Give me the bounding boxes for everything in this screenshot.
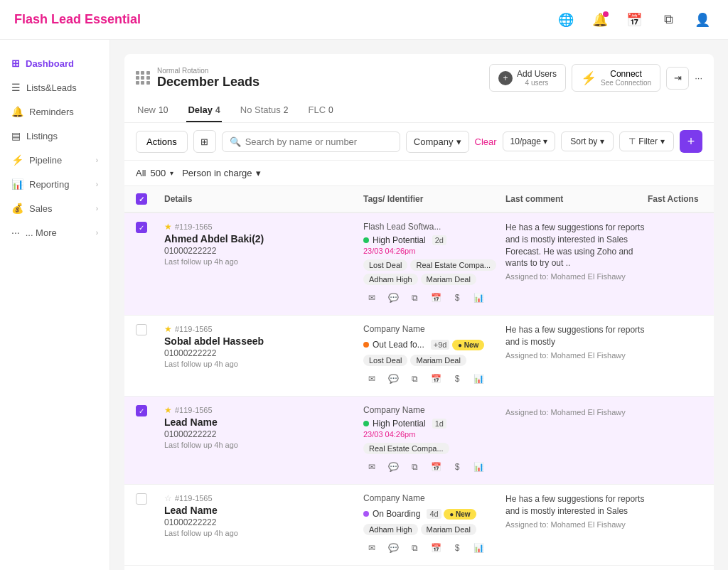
sidebar-item-pipeline[interactable]: ⚡ Pipeline ›	[0, 148, 109, 172]
status-label: On Boarding	[373, 509, 420, 519]
row-checkbox-cell: ✓	[136, 222, 164, 233]
row-details: ☆ #119-1565 Lead Name 01000222222 Last f…	[164, 493, 363, 537]
status-label: High Potential	[373, 419, 426, 429]
th-details: Details	[164, 194, 363, 204]
lead-name[interactable]: Sobal abdel Hasseeb	[164, 335, 363, 347]
nav-icons: 🌐 🔔 📅 ⧉ 👤	[555, 9, 714, 31]
chart-icon[interactable]: 📊	[470, 539, 487, 556]
toolbar-right: 10/page ▾ Sort by ▾ ⊤ Filter ▾ +	[503, 130, 702, 153]
tag-pill: Lost Deal	[363, 355, 407, 366]
sidebar-item-sales[interactable]: 💰 Sales ›	[0, 196, 109, 220]
tab-new[interactable]: New 10	[136, 99, 169, 122]
clear-button[interactable]: Clear	[475, 136, 497, 147]
tab-flc[interactable]: FLC 0	[307, 99, 335, 122]
row-checkbox[interactable]	[136, 324, 147, 335]
email-icon[interactable]: ✉	[363, 370, 380, 387]
tab-no-status[interactable]: No Status 2	[239, 99, 290, 122]
dollar-icon[interactable]: $	[449, 370, 466, 387]
search-input[interactable]	[245, 136, 392, 147]
sidebar-item-reporting[interactable]: 📊 Reporting ›	[0, 172, 109, 196]
status-dot	[363, 237, 369, 243]
sidebar-item-dashboard[interactable]: ⊞ Dashboard	[0, 51, 109, 75]
chart-icon[interactable]: 📊	[470, 370, 487, 387]
globe-icon[interactable]: 🌐	[555, 9, 577, 31]
sidebar-item-reminders[interactable]: 🔔 Reminders	[0, 100, 109, 124]
tab-delay[interactable]: Delay 4	[186, 99, 221, 122]
email-icon[interactable]: ✉	[363, 289, 380, 306]
copy-icon[interactable]: ⧉	[406, 539, 423, 556]
lead-name[interactable]: Lead Name	[164, 505, 363, 516]
calendar-icon[interactable]: 📅	[427, 289, 444, 306]
whatsapp-icon[interactable]: 💬	[385, 370, 402, 387]
add-lead-button[interactable]: +	[680, 130, 702, 153]
row-checkbox[interactable]	[136, 493, 147, 505]
star-icon[interactable]: ★	[164, 405, 172, 415]
row-checkbox-cell: ✓	[136, 405, 164, 416]
bell-icon[interactable]: 🔔	[589, 9, 611, 31]
calendar-icon[interactable]: 📅	[623, 9, 646, 31]
comment-text: He has a few suggestions for reports and…	[505, 493, 648, 517]
grid-view-button[interactable]: ⊞	[193, 130, 216, 153]
star-icon[interactable]: ★	[164, 222, 172, 232]
filter-button[interactable]: ⊤ Filter ▾	[619, 131, 674, 151]
sidebar-item-more[interactable]: ··· ... More ›	[0, 220, 109, 244]
calendar-icon[interactable]: 📅	[427, 539, 444, 556]
whatsapp-icon[interactable]: 💬	[385, 458, 402, 475]
dollar-icon[interactable]: $	[449, 458, 466, 475]
email-icon[interactable]: ✉	[363, 539, 380, 556]
user-icon[interactable]: 👤	[691, 9, 714, 31]
app-layout: ⊞ Dashboard ☰ Lists&Leads 🔔 Reminders ▤ …	[0, 40, 728, 570]
connect-text: Connect See Connection	[601, 69, 651, 87]
sort-label: Sort by	[570, 136, 597, 146]
more-arrow: ›	[96, 229, 98, 237]
star-icon[interactable]: ☆	[164, 493, 172, 503]
copy-icon[interactable]: ⧉	[406, 458, 423, 475]
grid-icon[interactable]	[136, 71, 150, 85]
th-tags: Tags/ Identifier	[363, 194, 505, 204]
calendar-icon[interactable]: 📅	[427, 458, 444, 475]
search-box[interactable]: 🔍	[222, 131, 400, 152]
row-checkbox[interactable]: ✓	[136, 405, 147, 416]
add-users-sub: 4 users	[517, 79, 557, 87]
days-badge: 1d	[432, 419, 446, 429]
table-header: ✓ Details Tags/ Identifier Last comment …	[124, 186, 714, 213]
star-icon[interactable]: ★	[164, 324, 172, 334]
sidebar-item-lists-leads[interactable]: ☰ Lists&Leads	[0, 75, 109, 100]
email-icon[interactable]: ✉	[363, 458, 380, 475]
sort-button[interactable]: Sort by ▾	[561, 131, 614, 151]
person-charge-filter[interactable]: Person in charge ▾	[182, 168, 261, 178]
table-row: ☆ #119-1565 Lead Name 01000222222 Last f…	[124, 566, 714, 570]
chart-icon[interactable]: 📊	[470, 458, 487, 475]
per-page-select[interactable]: 10/page ▾	[503, 131, 556, 151]
th-checkbox[interactable]: ✓	[136, 193, 164, 205]
lists-icon: ☰	[11, 82, 21, 93]
connect-label: Connect	[601, 69, 651, 79]
export-button[interactable]: ⇥	[666, 67, 689, 90]
more-options-button[interactable]: ···	[695, 72, 702, 83]
row-checkbox[interactable]: ✓	[136, 222, 147, 233]
select-all-checkbox[interactable]: ✓	[136, 193, 147, 205]
company-select[interactable]: Company ▾	[406, 131, 469, 153]
dollar-icon[interactable]: $	[449, 539, 466, 556]
filter-row: All 500 ▾ Person in charge ▾	[124, 161, 714, 186]
copy-icon[interactable]: ⧉	[406, 370, 423, 387]
sidebar-item-listings[interactable]: ▤ Listings	[0, 124, 109, 148]
lead-name[interactable]: Lead Name	[164, 416, 363, 428]
row-tags-status: Company Name Out Lead fo... +9d ● New Lo…	[363, 324, 505, 387]
table-body: ✓ ★ #119-1565 Ahmed Abdel Baki(2) 010002…	[124, 213, 714, 570]
connect-button[interactable]: ⚡ Connect See Connection	[572, 64, 660, 92]
whatsapp-icon[interactable]: 💬	[385, 289, 402, 306]
sidebar-label-lists: Lists&Leads	[26, 82, 77, 93]
copy-icon[interactable]: ⧉	[657, 9, 680, 31]
calendar-icon[interactable]: 📅	[427, 370, 444, 387]
tag-pill: Adham High	[363, 274, 418, 285]
dollar-icon[interactable]: $	[449, 289, 466, 306]
tags-cell: Lost DealReal Estate Compa...Adham HighM…	[363, 259, 505, 285]
add-users-button[interactable]: + Add Users 4 users	[489, 64, 566, 92]
all-filter[interactable]: All 500 ▾	[136, 168, 173, 178]
copy-icon[interactable]: ⧉	[406, 289, 423, 306]
chart-icon[interactable]: 📊	[470, 289, 487, 306]
actions-button[interactable]: Actions	[136, 131, 188, 153]
whatsapp-icon[interactable]: 💬	[385, 539, 402, 556]
lead-name[interactable]: Ahmed Abdel Baki(2)	[164, 233, 363, 244]
